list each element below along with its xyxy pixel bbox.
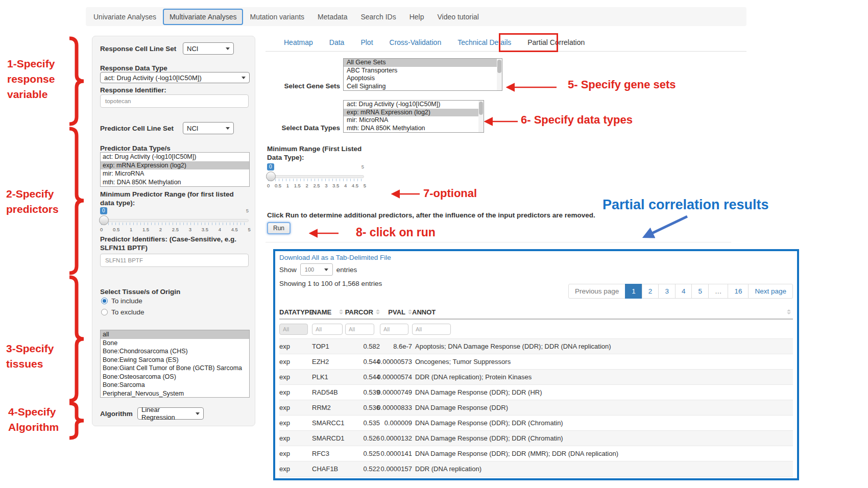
algorithm-select[interactable]: Linear Regression (137, 407, 204, 420)
response-cell-line-set-value: NCI (187, 45, 198, 53)
nav-item[interactable]: Metadata (311, 9, 354, 25)
column-header-datatype[interactable]: DATATYPE (279, 308, 312, 316)
nav-item[interactable]: Search IDs (354, 9, 402, 25)
nav-item[interactable]: Multivariate Analyses (163, 9, 244, 25)
table-row[interactable]: exp PLK1 0.544 0.00000574 DDR (DNA repli… (279, 370, 793, 385)
column-header-parcor[interactable]: PARCOR (345, 308, 380, 316)
listbox-option[interactable]: exp: mRNA Expression (log2) (101, 161, 249, 170)
slider-tick-label: 1 (130, 227, 132, 232)
show-entries-select[interactable]: 100 (300, 263, 333, 276)
listbox-option[interactable]: Apoptosis (344, 75, 502, 83)
slider-value-badge: 0 (267, 163, 274, 170)
page-button[interactable]: 3 (658, 284, 676, 299)
annotation-step5: 5- Specify gene sets (568, 78, 676, 91)
sort-icon[interactable] (339, 309, 343, 314)
column-header-label: ANNOT (412, 308, 436, 316)
slider-handle[interactable] (99, 215, 109, 225)
nav-item[interactable]: Univariate Analyses (87, 9, 163, 25)
page-button: Previous page (568, 284, 625, 299)
filter-input-parcor[interactable] (345, 324, 374, 335)
sort-icon[interactable] (787, 309, 791, 314)
table-row[interactable]: exp SMARCD1 0.526 0.0000132 DNA Damage R… (279, 431, 793, 446)
filter-input-name[interactable] (312, 324, 343, 335)
table-row[interactable]: exp CHAF1B 0.522 0.0000157 DDR (DNA repl… (279, 461, 793, 477)
scrollbar-thumb[interactable] (479, 102, 483, 115)
slider-tick-label: 5 (248, 227, 251, 232)
cell-annot: DNA Damage Response (DDR); DDR (Chromati… (412, 431, 793, 446)
listbox-option[interactable]: all (101, 330, 249, 339)
listbox-option[interactable]: act: Drug Activity (-log10[IC50M]) (101, 153, 249, 161)
listbox-option[interactable]: Peripheral_Nervous_System (101, 389, 249, 398)
sort-icon[interactable] (408, 309, 412, 314)
listbox-option[interactable]: exp: mRNA Expression (log2) (344, 109, 484, 117)
predictor-identifiers-input[interactable] (100, 254, 249, 267)
scrollbar-thumb[interactable] (497, 60, 501, 73)
slider-tick-label: 4 (344, 183, 347, 188)
response-identifier-input[interactable] (100, 94, 249, 108)
top-navigation: Univariate AnalysesMultivariate Analyses… (86, 7, 746, 26)
page-button[interactable]: 1 (625, 284, 642, 299)
page-button[interactable]: 2 (642, 284, 659, 299)
table-row[interactable]: exp RAD54B 0.539 0.00000749 DNA Damage R… (279, 385, 793, 400)
cell-datatype: exp (279, 416, 312, 430)
page-button[interactable]: 4 (675, 284, 692, 299)
tab[interactable]: Heatmap (276, 34, 321, 51)
slider-handle[interactable] (266, 172, 276, 181)
listbox-option[interactable]: All Gene Sets (344, 59, 502, 67)
nav-item[interactable]: Mutation variants (243, 9, 311, 25)
page-button[interactable]: 16 (728, 284, 749, 299)
listbox-option[interactable]: ABC Transporters (344, 67, 502, 75)
page-button[interactable]: 5 (691, 284, 709, 299)
table-row[interactable]: exp RFC3 0.525 0.0000141 DNA Damage Resp… (279, 446, 793, 461)
predictor-cell-line-set-select[interactable]: NCI (183, 122, 234, 134)
slider-tick-labels: 00.511.522.533.544.55 (100, 227, 251, 232)
filter-input-datatype[interactable] (279, 324, 308, 335)
cell-pval: 0.000009 (380, 416, 412, 430)
listbox-option[interactable]: Bone:Chondrosarcoma (CHS) (101, 347, 249, 356)
tissue-include-radio[interactable]: To include (101, 297, 142, 305)
column-header-annot[interactable]: ANNOT (412, 308, 793, 316)
listbox-option[interactable]: Bone:Giant Cell Tumor of Bone (GCTB) Sar… (101, 364, 249, 373)
listbox-option[interactable]: Bone:Sarcoma (101, 381, 249, 389)
listbox-option[interactable]: Bone (101, 339, 249, 348)
listbox-option[interactable]: mth: DNA 850K Methylation (101, 178, 249, 187)
algorithm-label: Algorithm (100, 409, 133, 418)
slider-track[interactable] (100, 219, 249, 222)
tissue-origin-label: Select Tissue/s of Origin (100, 287, 180, 296)
filter-input-pval[interactable] (380, 324, 408, 335)
tab[interactable]: Plot (352, 34, 381, 51)
page-button[interactable]: Next page (748, 284, 793, 299)
cell-pval: 0.00000573 (380, 354, 412, 369)
run-button[interactable]: Run (267, 222, 291, 234)
slider-track[interactable] (267, 175, 364, 178)
listbox-option[interactable]: mir: MicroRNA (344, 116, 484, 125)
annotation-step3: 3-Specifytissues (6, 341, 54, 372)
response-cell-line-set-select[interactable]: NCI (183, 42, 234, 55)
tab[interactable]: Cross-Validation (381, 34, 450, 51)
table-row[interactable]: exp SMARCC1 0.535 0.000009 DNA Damage Re… (279, 416, 793, 431)
column-header-name[interactable]: NAME (312, 308, 345, 316)
nav-item[interactable]: Video tutorial (431, 9, 486, 25)
tissue-exclude-radio[interactable]: To exclude (101, 308, 144, 316)
chevron-down-icon (242, 77, 246, 79)
listbox-option[interactable]: mth: DNA 850K Methylation (344, 125, 484, 133)
column-header-pval[interactable]: PVAL (380, 308, 412, 316)
slider-value-badge: 0 (100, 207, 107, 214)
listbox-option[interactable]: mir: MicroRNA (101, 169, 249, 178)
filter-input-annot[interactable] (412, 324, 451, 335)
listbox-option[interactable]: Bone:Ewing Sarcoma (ES) (101, 356, 249, 364)
table-row[interactable]: exp TOP1 0.582 8.6e-7 Apoptosis; DNA Dam… (279, 339, 793, 354)
listbox-option[interactable]: act: Drug Activity (-log10[IC50M]) (344, 101, 484, 109)
sort-icon[interactable] (376, 309, 380, 314)
nav-item[interactable]: Help (403, 9, 431, 25)
tab[interactable]: Data (321, 34, 353, 51)
table-row[interactable]: exp RRM2 0.536 0.00000833 DNA Damage Res… (279, 400, 793, 416)
table-row[interactable]: exp EZH2 0.544 0.00000573 Oncogenes; Tum… (279, 354, 793, 370)
tissue-listbox: allBoneBone:Chondrosarcoma (CHS)Bone:Ewi… (100, 330, 250, 398)
response-data-type-select[interactable]: act: Drug Activity (-log10[IC50M]) (100, 72, 250, 83)
download-link[interactable]: Download All as a Tab-Delimited File (279, 254, 391, 261)
tissue-exclude-label: To exclude (111, 308, 144, 316)
slider-tick-label: 5 (364, 183, 366, 188)
listbox-option[interactable]: Cell Signaling (344, 83, 502, 91)
listbox-option[interactable]: Bone:Osteosarcoma (OS) (101, 373, 249, 381)
